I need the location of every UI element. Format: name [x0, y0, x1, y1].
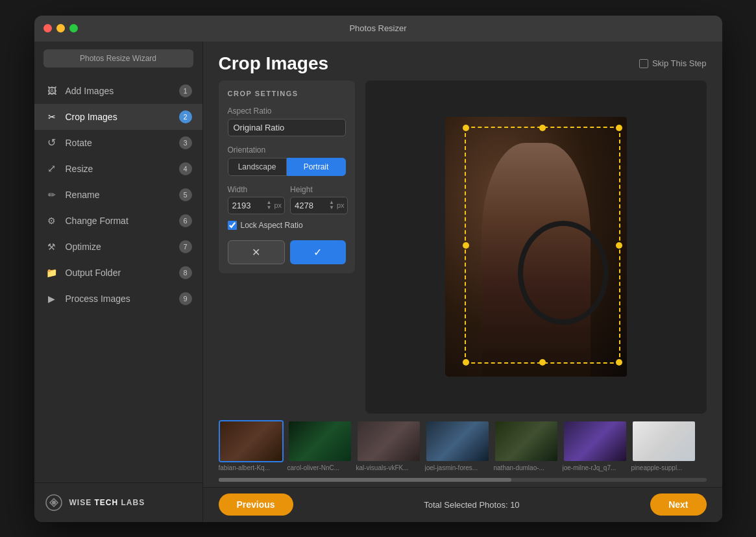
sidebar-label-crop-images: Crop Images — [66, 112, 173, 122]
main-header: Crop Images Skip This Step — [203, 42, 722, 81]
thumbnail-label-7: pineapple-suppl... — [631, 464, 696, 471]
skip-step-control[interactable]: Skip This Step — [639, 58, 707, 68]
total-photos-label: Total Selected Photos: 10 — [424, 500, 519, 510]
previous-button[interactable]: Previous — [219, 493, 293, 516]
rename-icon — [45, 188, 59, 202]
sidebar-label-rotate: Rotate — [66, 138, 173, 148]
thumb-photo-bg-7 — [633, 421, 695, 461]
sidebar-item-process-images[interactable]: Process Images 9 — [34, 286, 202, 312]
thumbnail-label-2: carol-oliver-NnC... — [287, 464, 352, 471]
sidebar: Photos Resize Wizard Add Images 1 Crop I… — [34, 42, 203, 522]
height-input-wrap: ▲ ▼ px — [290, 197, 348, 214]
thumbnail-item-3[interactable]: kal-visuals-vkFK... — [356, 420, 421, 471]
maximize-button[interactable] — [69, 24, 78, 32]
width-input[interactable] — [228, 197, 264, 214]
lock-ratio-control[interactable]: Lock Aspect Ratio — [228, 221, 346, 230]
sidebar-item-add-images[interactable]: Add Images 1 — [34, 78, 202, 104]
main-panel: CROP SETTINGS Aspect Ratio Original Rati… — [203, 81, 722, 414]
thumbnail-item-4[interactable]: joel-jasmin-fores... — [425, 420, 490, 471]
thumb-photo-bg-1 — [220, 421, 282, 461]
dimensions-group: Width ▲ ▼ px — [228, 185, 346, 230]
thumbnail-image-3[interactable] — [356, 420, 421, 462]
height-down-arrow[interactable]: ▼ — [329, 205, 334, 210]
width-input-wrap: ▲ ▼ px — [228, 197, 286, 214]
orientation-group: Orientation Landscape Portrait — [228, 145, 346, 176]
width-label: Width — [228, 185, 286, 194]
thumbnail-item-6[interactable]: joe-milne-rJq_q7... — [563, 420, 628, 471]
crop-icon — [45, 110, 59, 124]
orientation-buttons: Landscape Portrait — [228, 158, 346, 176]
skip-step-label: Skip This Step — [652, 58, 707, 68]
next-button[interactable]: Next — [650, 493, 706, 516]
thumbnail-image-6[interactable] — [563, 420, 628, 462]
traffic-lights — [43, 24, 78, 32]
thumbnail-image-7[interactable] — [631, 420, 696, 462]
app-window: Photos Resizer Photos Resize Wizard Add … — [34, 16, 722, 522]
thumbnail-image-2[interactable] — [287, 420, 352, 462]
sidebar-item-rotate[interactable]: Rotate 3 — [34, 130, 202, 156]
thumbnail-item-5[interactable]: nathan-dumlao-... — [494, 420, 559, 471]
thumbnail-image-1[interactable] — [219, 420, 284, 462]
thumbnail-label-3: kal-visuals-vkFK... — [356, 464, 421, 471]
thumbnails-section: fabian-albert-Kq... carol-oliver-NnC... … — [203, 414, 722, 487]
sidebar-item-resize[interactable]: Resize 4 — [34, 156, 202, 182]
sidebar-item-rename[interactable]: Rename 5 — [34, 182, 202, 208]
cancel-button[interactable]: ✕ — [228, 240, 285, 264]
skip-step-checkbox[interactable] — [639, 59, 648, 68]
aspect-ratio-select[interactable]: Original Ratio 1:1 (Square) 4:3 16:9 3:2… — [228, 119, 346, 136]
main-content: Crop Images Skip This Step CROP SETTINGS… — [203, 42, 722, 522]
height-input[interactable] — [291, 197, 326, 214]
thumbnail-label-4: joel-jasmin-fores... — [425, 464, 490, 471]
preview-photo — [445, 117, 627, 377]
format-icon — [45, 214, 59, 228]
sidebar-badge-change-format: 6 — [179, 214, 192, 227]
portrait-button[interactable]: Portrait — [287, 158, 346, 176]
width-group: Width ▲ ▼ px — [228, 185, 286, 214]
confirm-button[interactable]: ✓ — [290, 240, 346, 264]
sidebar-item-optimize[interactable]: Optimize 7 — [34, 234, 202, 260]
thumbnail-image-4[interactable] — [425, 420, 490, 462]
brand-footer: WISE TECH LABS — [34, 482, 202, 522]
process-icon — [45, 292, 59, 306]
thumbnail-label-6: joe-milne-rJq_q7... — [563, 464, 628, 471]
lock-ratio-checkbox[interactable] — [228, 221, 237, 230]
sidebar-label-rename: Rename — [66, 190, 173, 200]
minimize-button[interactable] — [56, 24, 65, 32]
width-down-arrow[interactable]: ▼ — [267, 205, 272, 210]
thumbnail-item-2[interactable]: carol-oliver-NnC... — [287, 420, 352, 471]
thumb-photo-bg-4 — [426, 421, 489, 461]
wizard-button[interactable]: Photos Resize Wizard — [43, 49, 193, 68]
rotate-icon — [45, 136, 59, 150]
height-unit: px — [337, 201, 347, 209]
settings-title: CROP SETTINGS — [228, 90, 346, 97]
sidebar-badge-optimize: 7 — [179, 240, 192, 253]
sidebar-item-output-folder[interactable]: Output Folder 8 — [34, 260, 202, 286]
close-button[interactable] — [43, 24, 52, 32]
sidebar-label-resize: Resize — [66, 164, 173, 174]
thumbnail-item-1[interactable]: fabian-albert-Kq... — [219, 420, 284, 471]
sidebar-badge-process-images: 9 — [179, 292, 192, 305]
sidebar-badge-rotate: 3 — [179, 136, 192, 149]
orientation-label: Orientation — [228, 145, 346, 155]
thumbnail-scrollbar-track[interactable] — [219, 478, 707, 482]
width-arrows: ▲ ▼ — [264, 199, 274, 212]
sidebar-item-crop-images[interactable]: Crop Images 2 — [34, 104, 202, 130]
aspect-ratio-label: Aspect Ratio — [228, 106, 346, 116]
footer-bar: Previous Total Selected Photos: 10 Next — [203, 487, 722, 522]
thumbnail-label-5: nathan-dumlao-... — [494, 464, 559, 471]
sidebar-item-change-format[interactable]: Change Format 6 — [34, 208, 202, 234]
thumbnail-item-7[interactable]: pineapple-suppl... — [631, 420, 696, 471]
thumb-photo-bg-5 — [495, 421, 557, 461]
sidebar-label-process-images: Process Images — [66, 293, 173, 304]
landscape-button[interactable]: Landscape — [228, 158, 287, 176]
thumbnail-image-5[interactable] — [494, 420, 559, 462]
sidebar-label-change-format: Change Format — [66, 216, 173, 226]
brand-name: WISE TECH LABS — [69, 498, 145, 507]
sidebar-badge-add-images: 1 — [179, 84, 192, 97]
thumbnail-scrollbar-thumb[interactable] — [219, 478, 511, 482]
sidebar-badge-rename: 5 — [179, 188, 192, 201]
settings-actions: ✕ ✓ — [228, 240, 346, 264]
thumb-photo-bg-2 — [289, 421, 351, 461]
title-bar: Photos Resizer — [34, 16, 722, 42]
photo-steering-wheel — [518, 221, 609, 325]
